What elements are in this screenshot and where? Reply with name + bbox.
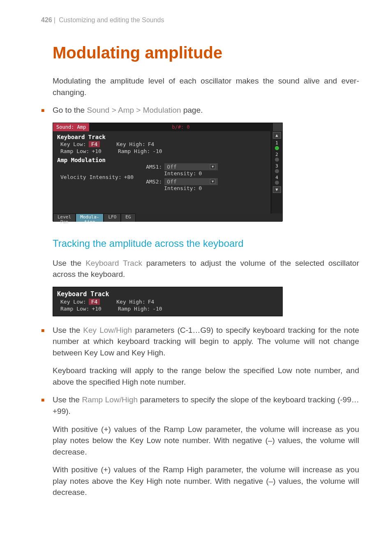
window-subtitle: b/#: 0 <box>89 124 272 130</box>
window-title: Sound: Amp <box>53 123 89 131</box>
ams2-intensity-label: Intensity: <box>164 185 196 191</box>
ams2-label: AMS2: <box>146 179 162 185</box>
kt-ramp-low-label: Ramp Low: <box>60 306 89 312</box>
kt-key-low-label: Key Low: <box>60 299 86 305</box>
tab-lfo[interactable]: LFO <box>104 214 121 222</box>
velocity-intensity-value[interactable]: +80 <box>124 174 134 180</box>
ams1-label: AMS1: <box>146 164 162 170</box>
keyboard-track-screenshot: Keyboard Track Key Low: F4 Key High: F4 … <box>53 287 283 316</box>
kt-key-low-value[interactable]: F4 <box>89 299 100 305</box>
chevron-down-icon: ▼ <box>210 164 215 169</box>
bullet-icon: ■ <box>41 327 53 334</box>
ams1-intensity-label: Intensity: <box>164 170 196 176</box>
amp-modulation-screenshot: Sound: Amp b/#: 0 Keyboard Track Key Low… <box>53 123 283 221</box>
bullet-icon: ■ <box>41 107 53 114</box>
key-high-label: Key High: <box>116 141 145 147</box>
section-heading: Tracking the amplitude across the keyboa… <box>53 238 359 249</box>
goto-instruction: Go to the Sound > Amp > Modulation page. <box>53 104 359 116</box>
led-off-icon <box>275 181 279 185</box>
page-number: 426 <box>41 16 52 23</box>
tab-eg[interactable]: EG <box>121 214 135 222</box>
bullet-icon: ■ <box>41 397 53 403</box>
ramp-high-label: Ramp High: <box>118 148 150 154</box>
key-low-label: Key Low: <box>60 141 86 147</box>
kt-ramp-high-value[interactable]: -10 <box>152 306 162 312</box>
tab-modulation[interactable]: Modula- tion <box>76 214 104 222</box>
chevron-down-icon: ▼ <box>210 179 215 184</box>
tracking-intro: Use the Keyboard Track parameters to adj… <box>53 258 359 280</box>
ramp-low-extra: With positive (+) values of the Ramp Low… <box>53 424 359 458</box>
led-on-icon <box>275 146 279 150</box>
led-off-icon <box>275 158 279 162</box>
tab-level-pan[interactable]: Level Pan <box>53 214 76 222</box>
osc4-button[interactable]: 4 <box>273 175 281 185</box>
ramp-low-value[interactable]: +10 <box>92 148 101 154</box>
kt-key-high-value[interactable]: F4 <box>148 299 154 305</box>
amp-mod-title: Amp Modulation <box>57 157 267 163</box>
kt-title: Keyboard Track <box>57 290 278 298</box>
chapter-title: Customizing and editing the Sounds <box>59 16 164 23</box>
velocity-intensity-label: Velocity Intensity: <box>60 174 122 180</box>
ams2-select[interactable]: Off▼ <box>164 178 218 185</box>
key-low-high-extra: Keyboard tracking will apply to the rang… <box>53 365 359 388</box>
ams1-select[interactable]: Off▼ <box>164 163 218 170</box>
scroll-up-button[interactable]: ▲ <box>273 132 281 139</box>
key-low-high-text: Use the Key Low/High parameters (C-1…G9)… <box>53 325 359 359</box>
scroll-down-button[interactable]: ▼ <box>273 186 281 193</box>
keyboard-track-title: Keyboard Track <box>57 134 267 140</box>
kt-ramp-high-label: Ramp High: <box>118 306 150 312</box>
intro-text: Modulating the amplitude level of each o… <box>53 75 359 98</box>
key-high-value[interactable]: F4 <box>148 141 154 147</box>
ams1-intensity-value[interactable]: 0 <box>198 170 202 176</box>
ramp-low-high-text: Use the Ramp Low/High parameters to spec… <box>53 394 359 417</box>
page-title: Modulating amplitude <box>53 44 359 62</box>
kt-ramp-low-value[interactable]: +10 <box>92 306 101 312</box>
osc3-button[interactable]: 3 <box>273 163 281 173</box>
ams2-intensity-value[interactable]: 0 <box>198 185 202 191</box>
osc2-button[interactable]: 2 <box>273 152 281 162</box>
header-sep: | <box>54 16 55 23</box>
ramp-high-value[interactable]: -10 <box>152 148 162 154</box>
menu-path: Sound > Amp > Modulation <box>87 106 181 114</box>
menu-button[interactable] <box>272 123 282 131</box>
kt-key-high-label: Key High: <box>116 299 145 305</box>
ramp-low-label: Ramp Low: <box>60 148 89 154</box>
key-low-value[interactable]: F4 <box>89 141 100 147</box>
led-off-icon <box>275 169 279 173</box>
ramp-high-extra: With positive (+) values of the Ramp Hig… <box>53 464 359 498</box>
running-header: 426| Customizing and editing the Sounds <box>41 16 359 24</box>
osc1-button[interactable]: 1 <box>273 140 281 150</box>
